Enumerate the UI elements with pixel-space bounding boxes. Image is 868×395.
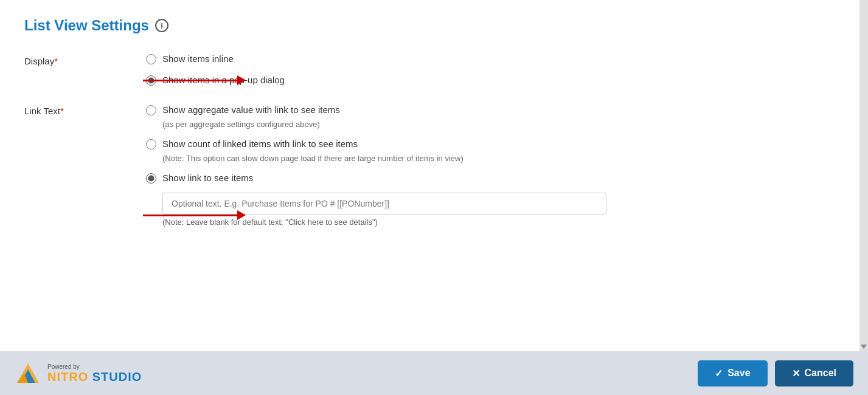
link-text-input-group: (Note: Leave blank for default text: "Cl…	[162, 188, 844, 227]
link-text-radio-count[interactable]	[146, 139, 156, 149]
display-required: *	[54, 56, 58, 66]
link-text-aggregate-label: Show aggregate value with link to see it…	[162, 103, 340, 116]
link-text-label: Link Text*	[24, 103, 146, 116]
display-option-popup[interactable]: Show items in a pop-up dialog	[146, 74, 844, 86]
save-button[interactable]: ✓ Save	[698, 360, 767, 386]
link-text-option-aggregate[interactable]: Show aggregate value with link to see it…	[146, 103, 844, 129]
link-text-option-link-wrapper: Show link to see items (Note: Leave blan…	[146, 171, 844, 227]
page-title: List View Settings	[24, 17, 149, 34]
brand-logo: Powered by NITRO STUDIO	[15, 360, 142, 386]
main-content: List View Settings i Display* Show items…	[0, 0, 868, 351]
link-text-required: *	[60, 106, 64, 116]
brand-name: NITRO STUDIO	[47, 370, 142, 383]
footer: Powered by NITRO STUDIO ✓ Save ✕ Cancel	[0, 351, 868, 395]
scroll-down-arrow	[861, 345, 867, 349]
link-text-link-label: Show link to see items	[162, 171, 253, 184]
link-text-count-inner: Show count of linked items with link to …	[162, 137, 464, 163]
display-radio-popup[interactable]	[146, 75, 156, 86]
form-section: Display* Show items inline Show items in…	[24, 52, 844, 233]
save-icon: ✓	[715, 368, 723, 379]
page-title-row: List View Settings i	[24, 17, 844, 34]
link-text-option-count[interactable]: Show count of linked items with link to …	[146, 137, 844, 163]
display-option-inline[interactable]: Show items inline	[146, 52, 844, 65]
save-label: Save	[727, 368, 750, 379]
display-popup-label: Show items in a pop-up dialog	[162, 74, 285, 86]
brand-nitro: NITRO	[47, 370, 88, 383]
cancel-button[interactable]: ✕ Cancel	[775, 360, 853, 386]
nitro-studio-logo-icon	[15, 360, 41, 386]
link-text-options-group: Show aggregate value with link to see it…	[146, 103, 844, 227]
link-text-option-link[interactable]: Show link to see items	[146, 171, 844, 184]
display-row: Display* Show items inline Show items in…	[24, 52, 844, 86]
optional-text-note: (Note: Leave blank for default text: "Cl…	[162, 218, 844, 227]
scrollbar[interactable]	[859, 0, 868, 351]
cancel-icon: ✕	[792, 368, 800, 379]
link-text-aggregate-inner: Show aggregate value with link to see it…	[162, 103, 340, 129]
powered-by-text: Powered by	[47, 363, 142, 370]
link-text-radio-aggregate[interactable]	[146, 105, 156, 115]
cancel-label: Cancel	[805, 368, 836, 379]
link-text-aggregate-sublabel: (as per aggregate settings configured ab…	[162, 120, 340, 129]
optional-text-input[interactable]	[162, 193, 606, 215]
link-text-row: Link Text* Show aggregate value with lin…	[24, 103, 844, 227]
brand-text: Powered by NITRO STUDIO	[47, 363, 142, 383]
link-text-count-label: Show count of linked items with link to …	[162, 137, 464, 150]
display-inline-label: Show items inline	[162, 52, 234, 65]
brand-studio: STUDIO	[88, 370, 142, 383]
display-options-group: Show items inline Show items in a pop-up…	[146, 52, 844, 86]
display-radio-inline[interactable]	[146, 54, 156, 64]
link-text-count-sublabel: (Note: This option can slow down page lo…	[162, 154, 464, 163]
display-label: Display*	[24, 52, 146, 66]
link-text-radio-link[interactable]	[146, 173, 156, 184]
footer-buttons: ✓ Save ✕ Cancel	[698, 360, 853, 386]
info-icon[interactable]: i	[155, 19, 168, 32]
